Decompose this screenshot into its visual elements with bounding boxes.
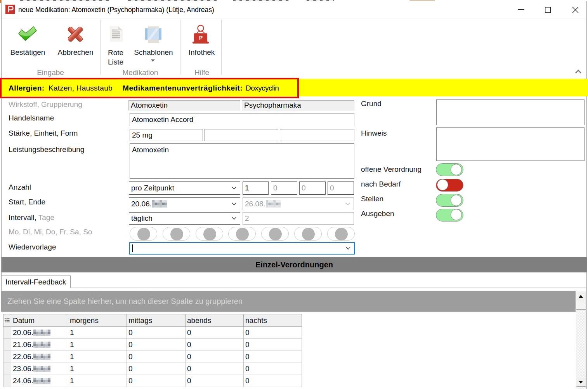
svg-text:P: P bbox=[199, 35, 203, 41]
